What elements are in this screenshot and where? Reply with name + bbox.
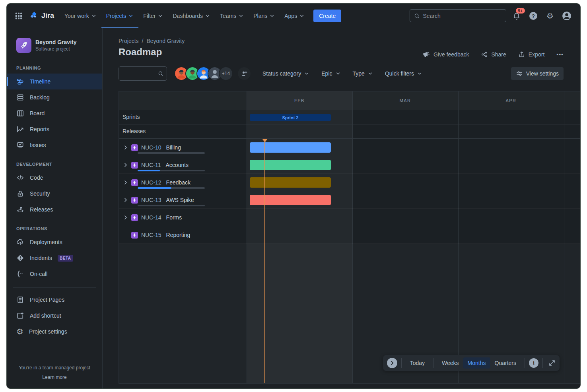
- epic-key: NUC-13: [141, 197, 161, 203]
- sidebar-item-deployments[interactable]: Deployments: [7, 234, 102, 250]
- sidebar-item-board[interactable]: Board: [7, 105, 102, 121]
- expand-chevron-icon[interactable]: [122, 179, 129, 186]
- jira-app-window: Jira Your work Projects Filter Dashboard…: [6, 3, 581, 389]
- project-header[interactable]: Beyond Gravity Software project: [7, 36, 102, 57]
- nav-item-filter[interactable]: Filter: [138, 4, 168, 28]
- epic-schedule-bar[interactable]: [250, 195, 331, 205]
- timeline-search-input[interactable]: [122, 70, 158, 77]
- share-label: Share: [491, 51, 506, 58]
- global-search-input[interactable]: [423, 13, 502, 19]
- weeks-button[interactable]: Weeks: [437, 357, 463, 369]
- nav-item-dashboards[interactable]: Dashboards: [168, 4, 215, 28]
- app-switcher-button[interactable]: [12, 10, 25, 22]
- quick-filters-dropdown[interactable]: Quick filters: [385, 70, 422, 77]
- section-title-planning: PLANNING: [7, 57, 102, 74]
- sidebar-item-code[interactable]: Code: [7, 170, 102, 186]
- global-search[interactable]: [410, 9, 506, 22]
- add-people-button[interactable]: [238, 67, 251, 80]
- settings-button[interactable]: ⚙: [544, 10, 556, 22]
- sidebar-item-backlog[interactable]: Backlog: [7, 89, 102, 105]
- profile-button[interactable]: [560, 10, 573, 22]
- epic-title: Accounts: [166, 162, 189, 168]
- sidebar-item-reports[interactable]: Reports: [7, 121, 102, 137]
- sidebar-item-issues[interactable]: Issues: [7, 137, 102, 153]
- breadcrumb-project-name[interactable]: Beyond Gravity: [146, 38, 185, 44]
- sidebar-item-project-settings[interactable]: ⚙ Project settings: [7, 324, 102, 340]
- expand-chevron-icon[interactable]: [122, 214, 129, 221]
- help-icon: ?: [529, 11, 538, 21]
- epic-row[interactable]: NUC-13 AWS Spike: [119, 191, 580, 209]
- today-marker-triangle: [262, 139, 268, 142]
- epic-row[interactable]: NUC-14 Forms: [119, 209, 580, 226]
- epic-progress: [138, 205, 205, 206]
- share-button[interactable]: Share: [481, 51, 506, 58]
- info-icon[interactable]: i: [529, 358, 538, 368]
- jira-home-link[interactable]: Jira: [29, 11, 54, 21]
- epic-progress: [138, 170, 205, 171]
- sidebar-item-timeline[interactable]: Timeline: [7, 74, 102, 89]
- epic-schedule-bar[interactable]: [250, 160, 331, 170]
- chevron-down-icon: [269, 13, 275, 19]
- avatar-overflow-count[interactable]: +14: [219, 66, 233, 81]
- quarters-button[interactable]: Quarters: [490, 357, 521, 369]
- create-button[interactable]: Create: [313, 10, 341, 22]
- phone-icon: [16, 270, 24, 278]
- epic-row[interactable]: NUC-11 Accounts: [119, 156, 580, 174]
- epic-key: NUC-10: [141, 144, 161, 151]
- sidebar-item-security[interactable]: Security: [7, 186, 102, 202]
- topnav-right-cluster: 9+ ? ⚙: [410, 9, 573, 22]
- sidebar-item-label: Issues: [30, 142, 46, 148]
- control-divider: [401, 358, 402, 368]
- months-button[interactable]: Months: [463, 357, 490, 369]
- type-dropdown[interactable]: Type: [353, 70, 373, 77]
- sidebar-item-project-pages[interactable]: Project Pages: [7, 292, 102, 308]
- scroll-next-button[interactable]: [387, 358, 397, 368]
- epic-row[interactable]: NUC-10 Billing: [119, 139, 580, 156]
- sidebar-item-on-call[interactable]: On-call: [7, 266, 102, 282]
- chevron-down-icon: [205, 13, 210, 19]
- notifications-button[interactable]: 9+: [510, 10, 523, 22]
- expand-chevron-icon[interactable]: [122, 162, 129, 168]
- backlog-icon: [16, 93, 24, 101]
- epic-title: Billing: [166, 144, 181, 151]
- app-body: Beyond Gravity Software project PLANNING…: [7, 28, 580, 389]
- project-avatar: [16, 38, 31, 53]
- sidebar-item-label: Reports: [30, 126, 49, 132]
- epic-dropdown[interactable]: Epic: [321, 70, 340, 77]
- nav-item-plans[interactable]: Plans: [249, 4, 280, 28]
- epic-row-left: NUC-15 Reporting: [119, 226, 247, 244]
- breadcrumb-projects[interactable]: Projects: [119, 38, 139, 44]
- export-button[interactable]: Export: [518, 51, 544, 58]
- status-category-dropdown[interactable]: Status category: [262, 70, 309, 77]
- sidebar-item-incidents[interactable]: Incidents BETA: [7, 250, 102, 266]
- nav-item-teams[interactable]: Teams: [215, 4, 249, 28]
- expand-chevron-icon[interactable]: [122, 144, 129, 151]
- releases-swimlane: Releases: [119, 124, 580, 139]
- sidebar-item-label: Project Pages: [30, 297, 64, 303]
- nav-item-projects[interactable]: Projects: [101, 4, 139, 28]
- fullscreen-icon[interactable]: [548, 359, 556, 367]
- timeline-search[interactable]: [119, 66, 167, 81]
- nav-item-apps[interactable]: Apps: [280, 4, 309, 28]
- sidebar-item-add-shortcut[interactable]: Add shortcut: [7, 308, 102, 324]
- dropdown-label: Type: [353, 70, 365, 77]
- sidebar-item-releases[interactable]: Releases: [7, 202, 102, 217]
- epic-progress: [138, 152, 205, 154]
- nav-item-your-work[interactable]: Your work: [60, 4, 101, 28]
- more-actions-button[interactable]: •••: [556, 51, 564, 58]
- give-feedback-button[interactable]: Give feedback: [422, 50, 469, 58]
- learn-more-link[interactable]: Learn more: [11, 375, 98, 380]
- code-icon: [16, 174, 24, 182]
- sidebar-item-label: Incidents: [30, 255, 52, 261]
- control-divider: [525, 358, 525, 368]
- epic-row[interactable]: NUC-15 Reporting: [119, 226, 580, 244]
- view-settings-button[interactable]: View settings: [511, 67, 564, 80]
- today-button[interactable]: Today: [406, 357, 429, 369]
- epic-schedule-bar[interactable]: [250, 142, 331, 153]
- epic-schedule-bar[interactable]: [250, 177, 331, 188]
- epic-row[interactable]: NUC-12 Feedback: [119, 174, 580, 191]
- expand-chevron-icon[interactable]: [122, 197, 129, 203]
- main-content: Projects / Beyond Gravity Roadmap Give f…: [103, 28, 580, 389]
- sprint-bar[interactable]: Sprint 2: [250, 114, 331, 121]
- help-button[interactable]: ?: [527, 10, 540, 22]
